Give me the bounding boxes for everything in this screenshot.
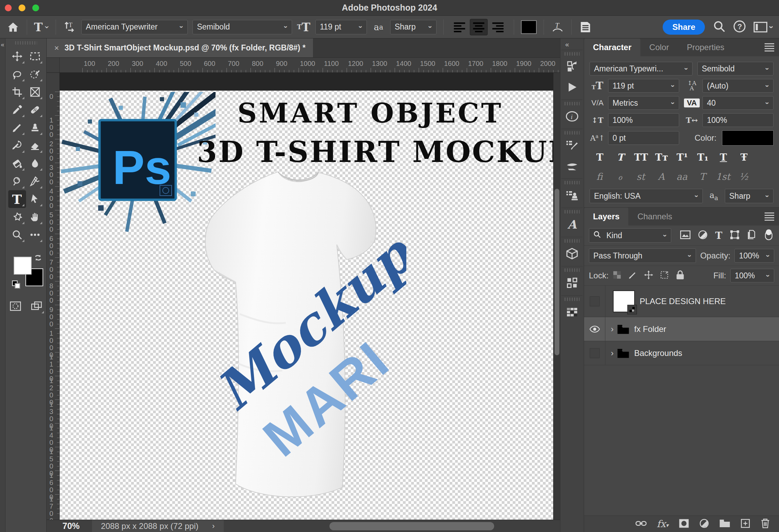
new-group-icon[interactable]	[719, 519, 730, 529]
blur-tool[interactable]	[26, 154, 44, 172]
new-layer-icon[interactable]	[741, 519, 750, 530]
tab-properties[interactable]: Properties	[678, 38, 733, 56]
toolbar-collapse-strip[interactable]: «	[0, 38, 5, 532]
horizontal-scale-field[interactable]: 100%	[702, 113, 774, 127]
close-tab-icon[interactable]: ×	[54, 43, 59, 53]
lock-transparency-icon[interactable]	[613, 270, 621, 281]
tab-color[interactable]: Color	[640, 38, 678, 56]
char-opentype-button-2[interactable]: st	[631, 169, 650, 184]
collapse-dock-icon[interactable]: «	[560, 38, 584, 50]
layer-row[interactable]: PLACE DESIGN HERE	[584, 286, 779, 317]
crop-tool[interactable]	[8, 83, 26, 101]
font-family-select[interactable]: American Typewriter ›	[81, 20, 188, 34]
pen-tool[interactable]	[26, 172, 44, 190]
home-icon[interactable]	[6, 20, 20, 35]
clone-source-panel-icon[interactable]	[562, 185, 582, 206]
char-style-button-1[interactable]: T	[611, 150, 630, 165]
history-panel-icon[interactable]	[562, 56, 582, 77]
language-select[interactable]: English: USA›	[590, 189, 703, 203]
ruler-horizontal[interactable]: 1002003004005006007008009001000110012001…	[60, 58, 560, 72]
char-opentype-button-1[interactable]: ℴ	[611, 169, 629, 184]
lock-pixels-icon[interactable]	[628, 270, 637, 281]
char-opentype-button-4[interactable]: aa	[673, 169, 691, 184]
healing-brush-tool[interactable]	[26, 101, 44, 119]
char-opentype-button-6[interactable]: 1st	[714, 169, 732, 184]
char-kerning-select[interactable]: Metrics›	[608, 96, 679, 110]
warp-text-icon[interactable]: T	[551, 20, 565, 35]
char-style-button-7[interactable]: Ŧ	[734, 150, 754, 165]
search-icon[interactable]	[713, 20, 725, 34]
hand-tool[interactable]	[26, 208, 44, 226]
horizontal-scrollbar-thumb[interactable]	[329, 522, 494, 530]
visibility-checkbox[interactable]	[584, 286, 605, 317]
layer-name[interactable]: PLACE DESIGN HERE	[640, 297, 726, 306]
opacity-select[interactable]: 100%›	[734, 249, 774, 263]
char-style-button-5[interactable]: T₁	[693, 150, 712, 165]
toggle-panels-icon[interactable]	[579, 20, 592, 35]
expand-group-icon[interactable]: ›	[611, 348, 614, 358]
canvas[interactable]: Ps SMART OBJECT 3D T-SHIRT MOCKUP	[60, 73, 553, 520]
zoom-tool[interactable]	[8, 226, 26, 244]
frame-tool[interactable]	[26, 83, 44, 101]
char-opentype-button-5[interactable]: T	[693, 169, 712, 184]
eraser-tool[interactable]	[26, 137, 44, 154]
move-tool[interactable]	[8, 47, 26, 65]
char-opentype-button-7[interactable]: ½	[734, 169, 753, 184]
layer-name[interactable]: fx Folder	[634, 324, 666, 334]
info-panel-icon[interactable]: i	[562, 106, 582, 127]
char-style-button-4[interactable]: T¹	[673, 150, 692, 165]
char-font-size-select[interactable]: 119 pt›	[608, 79, 679, 93]
lock-artboard-icon[interactable]	[660, 270, 669, 281]
brush-settings-panel-icon[interactable]	[562, 135, 582, 156]
filter-adjustment-layers-icon[interactable]	[698, 230, 708, 241]
zoom-level-field[interactable]: 70%	[62, 521, 80, 531]
layer-filter-select[interactable]: Kind ›	[589, 228, 671, 243]
anti-alias-select[interactable]: Sharp ›	[390, 20, 437, 34]
filter-toggle-icon[interactable]	[764, 229, 773, 242]
smart-object-thumbnail[interactable]	[613, 290, 635, 312]
char-tracking-select[interactable]: 40›	[702, 96, 774, 110]
visibility-eye-icon[interactable]	[584, 317, 605, 341]
filter-shape-layers-icon[interactable]	[730, 230, 740, 241]
clone-stamp-tool[interactable]	[26, 119, 44, 137]
status-chevron-icon[interactable]: ›	[212, 522, 214, 531]
ruler-vertical[interactable]: 01 0 02 0 03 0 04 0 05 0 06 0 07 0 08 0 …	[47, 73, 60, 520]
help-icon[interactable]: ?	[733, 20, 746, 34]
history-brush-tool[interactable]	[8, 137, 26, 154]
toolbar-grip[interactable]	[15, 41, 37, 45]
document-tab[interactable]: × 3D T-Shirt SmartObject Mockup.psd @ 70…	[47, 38, 313, 57]
share-button[interactable]: Share	[663, 20, 705, 35]
brush-tool[interactable]	[8, 119, 26, 137]
char-leading-select[interactable]: (Auto)›	[702, 79, 774, 93]
vertical-scrollbar[interactable]	[553, 73, 560, 520]
quick-mask-icon[interactable]	[7, 297, 24, 315]
char-font-style-select[interactable]: Semibold›	[697, 62, 774, 76]
blend-mode-select[interactable]: Pass Through›	[589, 248, 696, 263]
text-color-swatch[interactable]	[521, 20, 537, 34]
layer-name[interactable]: Backgrounds	[634, 348, 682, 358]
new-adjustment-layer-icon[interactable]: ▾	[699, 519, 709, 530]
swap-colors-icon[interactable]	[34, 253, 43, 264]
foreground-color-swatch[interactable]	[14, 257, 32, 275]
actions-panel-icon[interactable]	[562, 77, 582, 97]
eyedropper-tool[interactable]	[8, 101, 26, 119]
default-colors-icon[interactable]	[12, 280, 21, 290]
layer-row[interactable]: ›Backgrounds	[584, 341, 779, 365]
lock-all-icon[interactable]	[676, 270, 685, 281]
swatches-panel-icon[interactable]	[562, 302, 582, 322]
tab-layers[interactable]: Layers	[584, 208, 628, 225]
paint-bucket-tool[interactable]	[8, 154, 26, 172]
brushes-panel-icon[interactable]	[562, 156, 582, 176]
type-tool[interactable]: T	[8, 190, 26, 208]
custom-shape-tool[interactable]	[8, 208, 26, 226]
panel-menu-icon[interactable]	[765, 212, 774, 221]
path-selection-tool[interactable]	[26, 190, 44, 208]
font-style-select[interactable]: Semibold ›	[193, 20, 292, 34]
link-layers-icon[interactable]	[636, 519, 647, 530]
char-style-button-2[interactable]: TT	[631, 150, 651, 165]
selection-brush-tool[interactable]	[26, 65, 44, 83]
document-size-info[interactable]: 2088 px x 2088 px (72 ppi) ›	[92, 520, 224, 532]
delete-layer-icon[interactable]	[760, 518, 770, 530]
expand-group-icon[interactable]: ›	[611, 324, 614, 334]
type-tool-preset-icon[interactable]: T ›	[34, 20, 49, 35]
